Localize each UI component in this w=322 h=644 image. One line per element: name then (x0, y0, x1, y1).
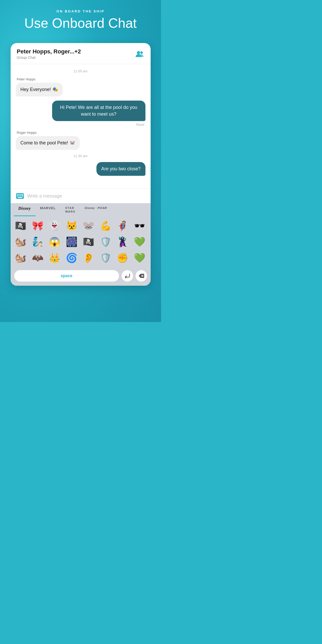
chat-header-info: Peter Hopps, Roger...+2 Group Chat (17, 48, 81, 60)
emoji-magic[interactable]: 🌀 (64, 250, 79, 265)
svg-rect-7 (17, 195, 18, 196)
bubble-received-1: Hey Everyone! 🎭 (16, 83, 63, 96)
emoji-fist[interactable]: 💪 (98, 218, 113, 233)
tab-marvel[interactable]: MARVEL (36, 204, 61, 216)
bubble-received-2: Come to the pool Pete! 🐭 (16, 136, 80, 150)
sender-block-roger: Roger Hopps Come to the pool Pete! 🐭 (16, 131, 145, 150)
msg-row-sent-2: Are you two close? (16, 162, 145, 176)
bubble-sent-2: Are you two close? (96, 162, 145, 176)
emoji-fireworks[interactable]: 🎆 (64, 234, 79, 249)
emoji-minnie[interactable]: 👂 (81, 250, 96, 265)
timestamp-2: 11:30 am (16, 154, 145, 158)
keyboard-bottom: space (11, 268, 151, 286)
return-button[interactable] (122, 270, 133, 282)
bubble-sent-1: Hi Pete! We are all at the pool do you w… (52, 101, 145, 121)
sender-name-roger: Roger Hopps (17, 131, 145, 135)
svg-rect-9 (20, 195, 21, 196)
emoji-maleficent[interactable]: 🦇 (30, 250, 45, 265)
emoji-dale[interactable]: 🐿️ (13, 250, 28, 265)
svg-rect-3 (17, 194, 18, 195)
group-users-icon[interactable] (135, 49, 144, 59)
emoji-jack[interactable]: 🏴‍☠️ (13, 218, 28, 233)
tab-pixar[interactable]: Disney · PIXAR (80, 204, 111, 216)
svg-point-0 (137, 51, 140, 54)
tab-starwars[interactable]: STARWARS (60, 204, 80, 216)
emoji-bow[interactable]: 🎀 (30, 218, 45, 233)
emoji-coolface[interactable]: 🕶️ (132, 218, 147, 233)
emoji-punch[interactable]: ✊ (115, 250, 130, 265)
svg-rect-6 (22, 194, 23, 195)
emoji-villain[interactable]: 👻 (47, 218, 62, 233)
backspace-button[interactable] (136, 270, 147, 282)
emoji-shield[interactable]: 🛡️ (98, 250, 113, 265)
svg-rect-5 (20, 194, 21, 195)
page-content: ON BOARD THE SHIP Use Onboard Chat Peter… (0, 0, 161, 286)
emoji-jafar[interactable]: 🧞 (30, 234, 45, 249)
msg-row-sent-1: Hi Pete! We are all at the pool do you w… (16, 101, 145, 121)
emoji-captain[interactable]: 🛡️ (98, 234, 113, 249)
page-title: Use Onboard Chat (19, 16, 142, 31)
emoji-crown[interactable]: 👑 (47, 250, 62, 265)
emoji-hulkfist[interactable]: 💚 (132, 250, 147, 265)
read-receipt: Read (16, 123, 145, 127)
emoji-grid: 🏴‍☠️ 🎀 👻 😾 🐭 💪 🦸 🕶️ 🐿️ 🧞 😱 🎆 🏴‍☠️ 🛡️ 🦹 💚 (11, 216, 151, 268)
sender-name-peter: Peter Hopps (17, 77, 145, 81)
emoji-pirate2[interactable]: 🏴‍☠️ (81, 234, 96, 249)
emoji-green[interactable]: 💚 (132, 234, 147, 249)
emoji-ironman[interactable]: 🦸 (115, 218, 130, 233)
svg-rect-10 (22, 195, 23, 196)
space-bar[interactable]: space (14, 270, 119, 282)
svg-rect-8 (18, 195, 19, 196)
emoji-hulk[interactable]: 🦹 (115, 234, 130, 249)
msg-row-received-2: Come to the pool Pete! 🐭 (16, 136, 145, 150)
chat-card: Peter Hopps, Roger...+2 Group Chat 11:05… (11, 43, 151, 286)
emoji-keyboard: Disney MARVEL STARWARS Disney · PIXAR 🏴‍… (11, 203, 151, 286)
messages-area: 11:05 am Peter Hopps Hey Everyone! 🎭 Hi … (11, 64, 151, 188)
svg-rect-4 (18, 194, 19, 195)
chat-name: Peter Hopps, Roger...+2 (17, 48, 81, 55)
svg-rect-11 (18, 197, 22, 198)
chat-header: Peter Hopps, Roger...+2 Group Chat (11, 43, 151, 64)
input-area: Write a message (11, 188, 151, 203)
svg-point-1 (140, 51, 143, 54)
emoji-mickey[interactable]: 🐭 (81, 218, 96, 233)
chat-type: Group Chat (17, 55, 81, 60)
tab-disney[interactable]: Disney (14, 204, 36, 216)
msg-row-received-1: Hey Everyone! 🎭 (16, 83, 145, 96)
sender-block-peter: Peter Hopps Hey Everyone! 🎭 (16, 77, 145, 96)
emoji-scream[interactable]: 😱 (47, 234, 62, 249)
emoji-angry[interactable]: 😾 (64, 218, 79, 233)
message-input[interactable]: Write a message (27, 193, 145, 199)
keyboard-icon[interactable] (16, 193, 24, 199)
page-subtitle: ON BOARD THE SHIP (57, 9, 104, 13)
emoji-chip[interactable]: 🐿️ (13, 234, 28, 249)
emoji-tabs: Disney MARVEL STARWARS Disney · PIXAR (11, 204, 151, 216)
timestamp-1: 11:05 am (16, 69, 145, 73)
